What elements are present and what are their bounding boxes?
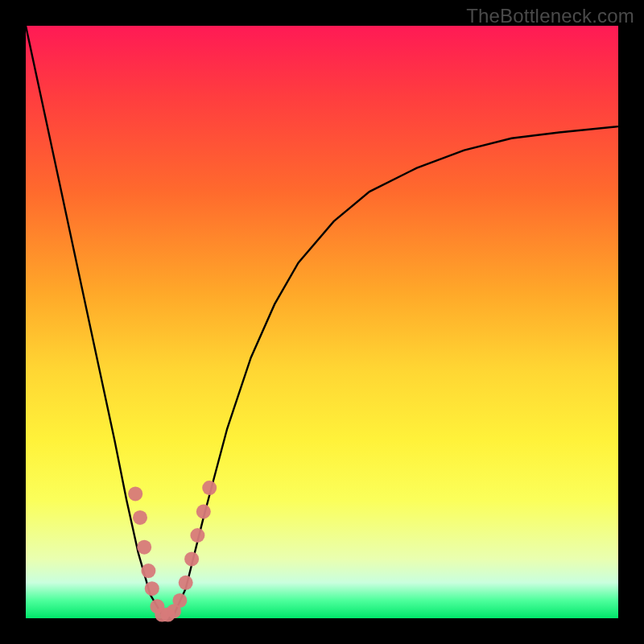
curve-marker (137, 540, 151, 555)
curve-markers (128, 481, 217, 622)
curve-marker (202, 481, 217, 495)
curve-marker (184, 551, 199, 566)
watermark-text: TheBottleneck.com (466, 5, 634, 27)
chart-frame: TheBottleneck.com (0, 0, 644, 644)
curve-marker (179, 576, 193, 590)
plot-area (26, 26, 618, 618)
curve-marker (133, 510, 147, 525)
curve-marker (141, 564, 155, 578)
curve-marker (190, 528, 204, 543)
curve-marker (145, 581, 159, 596)
curve-marker (128, 486, 142, 501)
curve-marker (172, 593, 187, 608)
curve-marker (196, 505, 211, 519)
curve-svg (26, 26, 618, 618)
bottleneck-curve-path (26, 26, 618, 618)
